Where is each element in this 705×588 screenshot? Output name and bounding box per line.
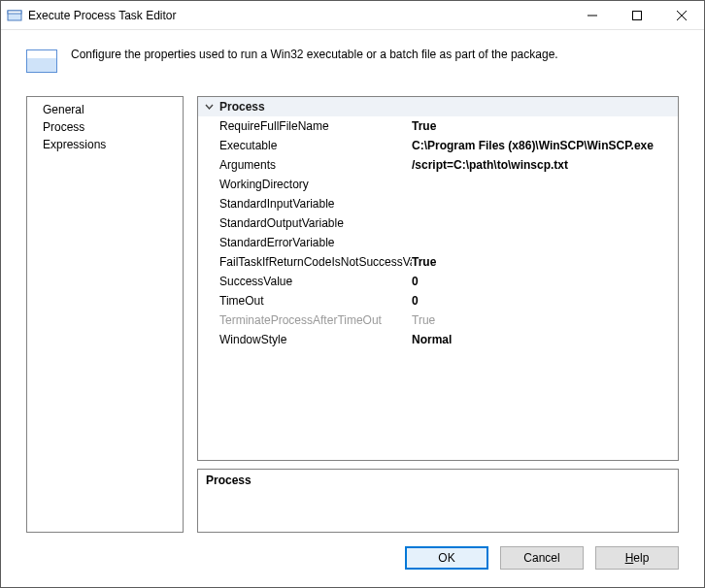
property-row[interactable]: TimeOut0 — [198, 291, 678, 310]
description-text: Configure the properties used to run a W… — [71, 48, 558, 61]
property-row[interactable]: StandardOutputVariable — [198, 213, 678, 233]
right-panel: Process RequireFullFileNameTrueExecutabl… — [197, 96, 679, 533]
property-row[interactable]: StandardInputVariable — [198, 194, 678, 213]
property-value[interactable]: C:\Program Files (x86)\WinSCP\WinSCP.exe — [412, 139, 678, 152]
window-title: Execute Process Task Editor — [28, 9, 570, 22]
window-controls — [570, 1, 704, 29]
property-name: RequireFullFileName — [198, 119, 412, 133]
property-value[interactable]: /script=C:\path\to\winscp.txt — [412, 158, 678, 172]
property-name: FailTaskIfReturnCodeIsNotSuccessValue — [198, 255, 412, 269]
property-value[interactable]: 0 — [412, 294, 678, 308]
sidebar-item-expressions[interactable]: Expressions — [27, 136, 183, 153]
property-value[interactable]: True — [412, 255, 678, 269]
window-icon — [7, 8, 22, 23]
property-row[interactable]: WindowStyleNormal — [198, 330, 678, 349]
property-name: SuccessValue — [198, 275, 412, 288]
minimize-button[interactable] — [570, 1, 615, 29]
property-name: StandardErrorVariable — [198, 236, 412, 249]
property-row[interactable]: WorkingDirectory — [198, 175, 678, 194]
property-value[interactable]: Normal — [412, 333, 678, 346]
property-grid[interactable]: Process RequireFullFileNameTrueExecutabl… — [197, 96, 679, 461]
property-row[interactable]: FailTaskIfReturnCodeIsNotSuccessValueTru… — [198, 252, 678, 272]
svg-rect-3 — [633, 11, 642, 19]
task-icon — [26, 49, 57, 73]
property-row[interactable]: RequireFullFileNameTrue — [198, 116, 678, 136]
description-panel-title: Process — [206, 474, 670, 487]
category-list[interactable]: General Process Expressions — [26, 96, 184, 533]
property-value[interactable]: 0 — [412, 275, 678, 288]
property-name: TimeOut — [198, 294, 412, 308]
description-panel: Process — [197, 469, 679, 533]
category-header[interactable]: Process — [198, 97, 678, 116]
sidebar-item-process[interactable]: Process — [27, 118, 183, 136]
property-row[interactable]: TerminateProcessAfterTimeOutTrue — [198, 310, 678, 330]
property-name: Executable — [198, 139, 412, 152]
svg-rect-1 — [8, 11, 21, 14]
sidebar-item-general[interactable]: General — [27, 101, 183, 118]
property-name: WindowStyle — [198, 333, 412, 346]
dialog-footer: OK Cancel Help — [1, 533, 704, 587]
collapse-icon[interactable] — [198, 103, 219, 112]
category-label: Process — [219, 100, 678, 114]
ok-button[interactable]: OK — [405, 546, 488, 570]
property-row[interactable]: StandardErrorVariable — [198, 233, 678, 252]
titlebar[interactable]: Execute Process Task Editor — [1, 1, 704, 30]
property-name: WorkingDirectory — [198, 178, 412, 191]
property-name: TerminateProcessAfterTimeOut — [198, 313, 412, 327]
help-button[interactable]: Help — [595, 546, 679, 570]
property-value[interactable]: True — [412, 313, 678, 327]
maximize-button[interactable] — [615, 1, 659, 29]
close-button[interactable] — [659, 1, 704, 29]
main-content: General Process Expressions Process Requ… — [1, 96, 704, 533]
property-row[interactable]: SuccessValue0 — [198, 272, 678, 291]
property-value[interactable]: True — [412, 119, 678, 133]
property-name: StandardInputVariable — [198, 197, 412, 211]
cancel-button[interactable]: Cancel — [500, 546, 584, 570]
property-row[interactable]: ExecutableC:\Program Files (x86)\WinSCP\… — [198, 136, 678, 155]
description-area: Configure the properties used to run a W… — [1, 30, 704, 96]
property-name: StandardOutputVariable — [198, 216, 412, 230]
property-name: Arguments — [198, 158, 412, 172]
property-row[interactable]: Arguments/script=C:\path\to\winscp.txt — [198, 155, 678, 175]
